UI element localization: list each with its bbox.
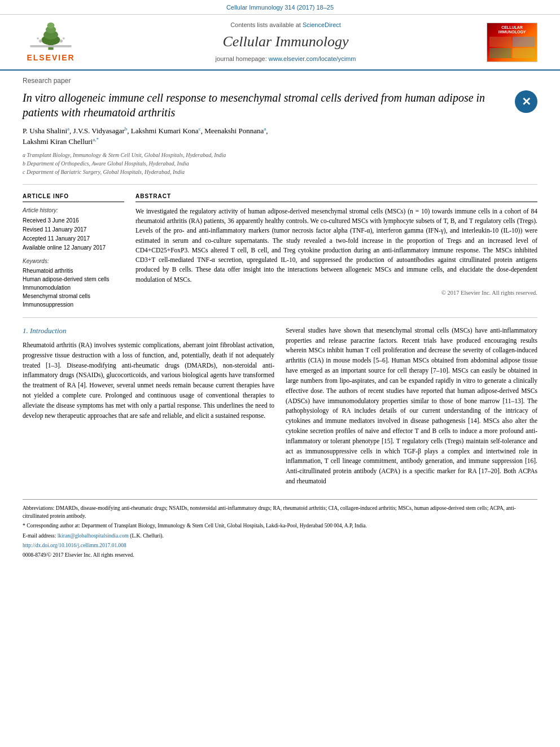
author-ponnana: Meenakshi Ponnana bbox=[204, 126, 264, 135]
homepage-link[interactable]: www.elsevier.com/locate/ycimm bbox=[269, 55, 356, 62]
cover-img-1 bbox=[489, 37, 511, 47]
keyword-4: Mesenchymal stromal cells bbox=[23, 292, 124, 300]
article-type-label: Research paper bbox=[23, 76, 537, 86]
svg-point-7 bbox=[37, 38, 39, 40]
affiliation-c: c Department of Bariatric Surgery, Globa… bbox=[23, 168, 537, 176]
cover-img-2 bbox=[513, 37, 535, 47]
cover-img-4 bbox=[513, 48, 535, 58]
abstract-text: We investigated the regulatory activity … bbox=[135, 207, 537, 285]
issn-line: 0008-8749/© 2017 Elsevier Inc. All right… bbox=[23, 551, 537, 559]
journal-citation: Cellular Immunology 314 (2017) 18–25 bbox=[226, 4, 334, 11]
affiliations: a Transplant Biology, Immunology & Stem … bbox=[23, 151, 537, 176]
elsevier-logo: ELSEVIER bbox=[17, 20, 85, 64]
affiliation-a: a Transplant Biology, Immunology & Stem … bbox=[23, 151, 537, 159]
author-chelluri: Lakshmi Kiran Chelluri bbox=[23, 138, 93, 146]
keyword-1: Rheumatoid arthritis bbox=[23, 267, 124, 275]
footnote-area: Abbreviations: DMARDs, disease-modifying… bbox=[23, 499, 537, 560]
article-title-section: In vitro allogeneic immune cell response… bbox=[23, 90, 537, 120]
journal-bar: Cellular Immunology 314 (2017) 18–25 bbox=[0, 0, 560, 15]
intro-title: Introduction bbox=[30, 326, 67, 335]
svg-rect-9 bbox=[30, 45, 71, 47]
crossmark-icon[interactable]: ✕ bbox=[515, 90, 537, 113]
elsevier-tree-icon bbox=[28, 20, 73, 51]
author-kona: Lakshmi Kumari Kona bbox=[131, 126, 199, 135]
abbreviations-footnote: Abbreviations: DMARDs, disease-modifying… bbox=[23, 504, 537, 521]
journal-cover-image: CELLULARIMMUNOLOGY bbox=[487, 23, 537, 62]
intro-body-right: Several studies have shown that mesenchy… bbox=[286, 326, 537, 487]
doi-line: http://dx.doi.org/10.1016/j.cellimm.2017… bbox=[23, 541, 537, 549]
intro-number: 1. bbox=[23, 326, 30, 335]
article-info-column: ARTICLE INFO Article history: Received 3… bbox=[23, 193, 124, 309]
svg-point-8 bbox=[63, 38, 65, 40]
svg-point-4 bbox=[47, 23, 55, 29]
header-left: ELSEVIER bbox=[17, 20, 85, 64]
svg-point-5 bbox=[39, 40, 42, 43]
page-wrapper: Cellular Immunology 314 (2017) 18–25 bbox=[0, 0, 560, 747]
doi-link[interactable]: http://dx.doi.org/10.1016/j.cellimm.2017… bbox=[23, 543, 126, 548]
divider-1 bbox=[23, 184, 537, 185]
abstract-column: ABSTRACT We investigated the regulatory … bbox=[135, 193, 537, 309]
journal-homepage: journal homepage: www.elsevier.com/locat… bbox=[85, 55, 487, 63]
copyright-line: © 2017 Elsevier Inc. All rights reserved… bbox=[135, 289, 537, 298]
science-direct-notice: Contents lists available at ScienceDirec… bbox=[85, 21, 487, 29]
cover-img-3 bbox=[489, 48, 511, 58]
header-center: Contents lists available at ScienceDirec… bbox=[85, 21, 487, 63]
keyword-3: Immunomodulation bbox=[23, 284, 124, 292]
keywords-label: Keywords: bbox=[23, 257, 124, 265]
authors-line: P. Usha Shalinia, J.V.S. Vidyasagarb, La… bbox=[23, 125, 537, 147]
affiliation-b: b Department of Orthopedics, Aware Globa… bbox=[23, 159, 537, 168]
email-label: E-mail address: bbox=[23, 533, 56, 539]
intro-body-left: Rheumatoid arthritis (RA) involves syste… bbox=[23, 340, 274, 421]
intro-section-title: 1. Introduction bbox=[23, 326, 274, 336]
intro-para-right-1: Several studies have shown that mesenchy… bbox=[286, 326, 537, 487]
history-label: Article history: bbox=[23, 207, 124, 215]
email-footnote: E-mail address: lkiran@globalhospitalsin… bbox=[23, 532, 537, 540]
accepted-date: Accepted 11 January 2017 bbox=[23, 235, 124, 243]
corresponding-footnote: * Corresponding author at: Department of… bbox=[23, 522, 537, 530]
email-suffix: (L.K. Chelluri). bbox=[130, 533, 164, 539]
header-right: CELLULARIMMUNOLOGY bbox=[487, 23, 543, 62]
journal-title-header: Cellular Immunology bbox=[85, 32, 487, 52]
abstract-header: ABSTRACT bbox=[135, 193, 537, 202]
author-usha: P. Usha Shalini bbox=[23, 126, 67, 135]
header-section: ELSEVIER Contents lists available at Sci… bbox=[0, 15, 560, 71]
article-info-abstract-section: ARTICLE INFO Article history: Received 3… bbox=[23, 193, 537, 309]
received-date: Received 3 June 2016 bbox=[23, 217, 124, 225]
body-col-right: Several studies have shown that mesenchy… bbox=[286, 326, 537, 491]
svg-point-6 bbox=[60, 40, 63, 43]
cover-title: CELLULARIMMUNOLOGY bbox=[498, 25, 526, 35]
body-col-left: 1. Introduction Rheumatoid arthritis (RA… bbox=[23, 326, 274, 491]
keyword-2: Human adipose-derived stem cells bbox=[23, 276, 124, 283]
divider-2 bbox=[23, 317, 537, 318]
body-two-col: 1. Introduction Rheumatoid arthritis (RA… bbox=[23, 326, 537, 491]
elsevier-brand-text: ELSEVIER bbox=[27, 53, 75, 64]
article-title: In vitro allogeneic immune cell response… bbox=[23, 90, 509, 120]
email-link[interactable]: lkiran@globalhospitalsindia.com bbox=[58, 533, 129, 539]
science-direct-link[interactable]: ScienceDirect bbox=[303, 21, 341, 28]
available-date: Available online 12 January 2017 bbox=[23, 244, 124, 252]
article-content: Research paper In vitro allogeneic immun… bbox=[0, 71, 560, 572]
intro-para-1: Rheumatoid arthritis (RA) involves syste… bbox=[23, 340, 274, 421]
article-info-header: ARTICLE INFO bbox=[23, 193, 124, 202]
revised-date: Revised 11 January 2017 bbox=[23, 226, 124, 234]
author-vidyasagar: J.V.S. Vidyasagar bbox=[73, 126, 125, 135]
keyword-5: Immunosuppression bbox=[23, 301, 124, 309]
